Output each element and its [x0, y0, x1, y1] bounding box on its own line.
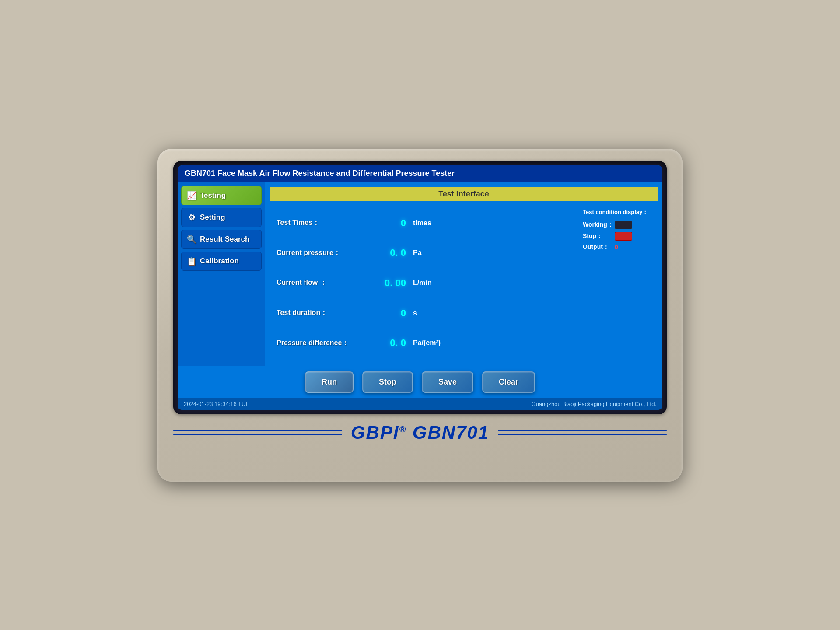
test-duration-label: Test duration：: [276, 308, 364, 318]
sidebar-item-testing[interactable]: 📈 Testing: [181, 186, 262, 205]
setting-icon: ⚙: [187, 213, 196, 222]
result-search-label: Result Search: [200, 235, 249, 244]
stop-condition-row: Stop：: [583, 232, 654, 241]
test-times-label: Test Times：: [276, 218, 364, 228]
pressure-diff-label: Pressure difference：: [276, 339, 364, 348]
datetime-display: 2024-01-23 19:34:16 TUE: [184, 401, 249, 407]
testing-icon: 📈: [187, 191, 196, 200]
pressure-diff-value: 0. 0: [371, 337, 406, 349]
data-area: Test Times： 0 times Current pressure： 0.…: [270, 205, 575, 362]
table-row: Current pressure： 0. 0 Pa: [276, 245, 568, 260]
right-panel: Test Interface Test Times： 0 times Curre…: [265, 182, 662, 366]
current-flow-value: 0. 00: [371, 277, 406, 289]
setting-label: Setting: [200, 213, 225, 222]
table-row: Current flow ： 0. 00 L/min: [276, 276, 568, 290]
testing-label: Testing: [200, 191, 226, 200]
brand-line-bottom-right: [498, 434, 667, 435]
result-search-icon: 🔍: [187, 234, 196, 244]
run-button[interactable]: Run: [305, 371, 354, 393]
working-condition-row: Working：: [583, 220, 654, 229]
test-times-unit: times: [413, 219, 431, 227]
table-row: Test duration： 0 s: [276, 306, 568, 321]
screen-bezel: GBN701 Face Mask Air Flow Resistance and…: [173, 161, 667, 414]
working-indicator: [615, 220, 632, 229]
table-row: Pressure difference： 0. 0 Pa/(cm²): [276, 336, 568, 350]
panel-title: Test Interface: [270, 187, 658, 201]
brand-line-top-right: [498, 430, 667, 431]
current-flow-unit: L/min: [413, 279, 432, 287]
condition-panel: Test condition display： Working： Stop： O: [579, 205, 658, 362]
output-label: Output：: [583, 243, 611, 251]
stop-indicator: [615, 232, 632, 241]
panel-body: Test Times： 0 times Current pressure： 0.…: [270, 205, 658, 362]
brand-line-bottom: [173, 434, 342, 435]
stop-label: Stop：: [583, 232, 611, 240]
save-button[interactable]: Save: [422, 371, 473, 393]
brand-line-top: [173, 430, 342, 431]
device-title: GBN701 Face Mask Air Flow Resistance and…: [178, 165, 662, 182]
calibration-label: Calibration: [200, 257, 239, 266]
sidebar-item-setting[interactable]: ⚙ Setting: [181, 208, 262, 227]
working-label: Working：: [583, 221, 611, 229]
pressure-diff-unit: Pa/(cm²): [413, 339, 441, 347]
table-row: Test Times： 0 times: [276, 216, 568, 231]
main-content: 📈 Testing ⚙ Setting 🔍 Result Search 📋 Ca…: [178, 182, 662, 366]
current-pressure-unit: Pa: [413, 249, 422, 257]
company-name: Guangzhou Biaoji Packaging Equipment Co.…: [532, 401, 656, 407]
sidebar-item-calibration[interactable]: 📋 Calibration: [181, 252, 262, 271]
current-pressure-label: Current pressure：: [276, 248, 364, 258]
output-condition-row: Output： 0: [583, 243, 654, 251]
test-duration-unit: s: [413, 309, 417, 317]
stop-button[interactable]: Stop: [362, 371, 413, 393]
screen: GBN701 Face Mask Air Flow Resistance and…: [178, 165, 662, 410]
brand-area: GBPI® GBN701: [173, 414, 667, 447]
test-times-value: 0: [371, 217, 406, 229]
sidebar: 📈 Testing ⚙ Setting 🔍 Result Search 📋 Ca…: [178, 182, 265, 366]
buttons-area: Run Stop Save Clear: [178, 366, 662, 398]
brand-lines-right: [498, 430, 667, 435]
brand-logo: GBPI® GBN701: [351, 422, 490, 443]
test-duration-value: 0: [371, 308, 406, 319]
footer: 2024-01-23 19:34:16 TUE Guangzhou Biaoji…: [178, 398, 662, 410]
output-value: 0: [615, 244, 618, 251]
sidebar-item-result-search[interactable]: 🔍 Result Search: [181, 230, 262, 249]
calibration-icon: 📋: [187, 256, 196, 266]
current-flow-label: Current flow ：: [276, 278, 364, 287]
device-body: GBN701 Face Mask Air Flow Resistance and…: [158, 149, 682, 482]
current-pressure-value: 0. 0: [371, 247, 406, 259]
brand-lines-left: [173, 430, 342, 435]
condition-title: Test condition display：: [583, 208, 654, 216]
clear-button[interactable]: Clear: [482, 371, 535, 393]
